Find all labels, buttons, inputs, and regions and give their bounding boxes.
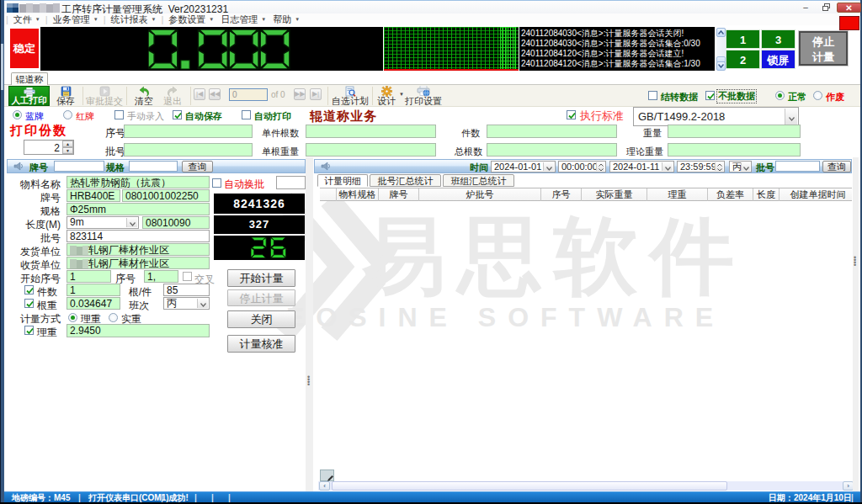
spec-value-input[interactable]: Φ25mm <box>67 203 210 215</box>
menu-help[interactable]: 帮助▼ <box>269 13 303 26</box>
clear-button[interactable]: 清空 <box>130 86 158 106</box>
length-code-input[interactable]: 08010090 <box>142 216 210 229</box>
spec-filter-input[interactable] <box>129 161 178 172</box>
print-copies-stepper[interactable]: 2 ▲▼ <box>24 140 74 155</box>
time-from-picker[interactable]: 00:00:00 <box>558 161 606 172</box>
query-button-left[interactable]: 查询 <box>182 161 213 172</box>
log-scrollbar[interactable] <box>716 28 726 71</box>
pieces-input[interactable] <box>487 125 617 138</box>
lock-screen-button[interactable]: 锁屏 <box>761 50 795 69</box>
start-metering-button[interactable]: 开始计量 <box>227 269 295 287</box>
void-radio[interactable] <box>813 91 822 100</box>
grid-hscrollbar[interactable]: ‹ › <box>318 481 852 491</box>
spin-up-icon[interactable]: ▲ <box>62 141 73 147</box>
metering-verify-button[interactable]: 计量核准 <box>227 335 295 353</box>
design-button[interactable]: 设计 <box>375 86 397 106</box>
chevron-down-icon[interactable] <box>741 162 750 171</box>
carryover-checkbox[interactable] <box>648 91 657 100</box>
material-input[interactable]: 热轧带肋钢筋（抗震） <box>67 176 210 188</box>
mode-actual-radio[interactable] <box>109 313 118 322</box>
save-button[interactable]: 保存 <box>51 86 81 106</box>
chevron-down-icon[interactable] <box>126 218 137 227</box>
sender-input[interactable]: 轧钢厂棒材作业区 <box>67 243 210 256</box>
batch-filter-input[interactable] <box>775 161 820 172</box>
grid-column-header[interactable]: 理重 <box>647 188 708 201</box>
theory-weight-input[interactable] <box>668 143 801 157</box>
time-spinner[interactable] <box>596 162 604 171</box>
print-setup-button[interactable]: 打印设置 <box>404 86 443 106</box>
approve-submit-button[interactable]: 审批提交 <box>85 86 124 106</box>
batch-value-input[interactable]: 823114 <box>67 230 210 242</box>
blue-card-radio[interactable] <box>13 110 22 119</box>
nav-record-input[interactable]: 0 <box>229 88 268 101</box>
red-card-radio[interactable] <box>63 110 72 119</box>
no-batch-checkbox[interactable] <box>705 91 715 100</box>
stop-metering-button-small[interactable]: 停止计量 <box>227 289 295 306</box>
tab-batch-summary[interactable]: 批号汇总统计 <box>370 174 441 187</box>
exit-button[interactable]: 退出 <box>160 86 185 106</box>
hscrollbar-thumb[interactable] <box>332 481 727 491</box>
total-rods-input[interactable] <box>487 143 617 157</box>
receiver-input[interactable]: 轧钢厂棒材作业区 <box>67 257 210 269</box>
time-to-picker[interactable]: 23:59:59 <box>677 161 725 172</box>
time-spinner[interactable] <box>715 162 723 171</box>
pieces-checkbox[interactable] <box>24 285 34 294</box>
mode-theory-radio[interactable] <box>68 313 77 322</box>
menu-settings[interactable]: 参数设置▼ <box>165 13 217 26</box>
rods-per-piece-input[interactable]: 85 <box>163 284 210 296</box>
brand-value-input[interactable]: HRB400E <box>67 189 120 202</box>
weight-input[interactable] <box>668 125 801 138</box>
minimize-button[interactable]: – <box>796 3 815 13</box>
restore-button[interactable] <box>817 3 835 13</box>
grid-column-header[interactable]: 炉批号 <box>419 188 541 201</box>
spin-down-icon[interactable]: ▼ <box>62 147 73 154</box>
scroll-up-icon[interactable] <box>716 28 726 37</box>
cross-checkbox[interactable] <box>183 272 192 281</box>
auto-batch-input[interactable] <box>276 176 306 189</box>
date-to-picker[interactable]: 2024-01-11 <box>609 161 674 172</box>
quick-button-3[interactable]: 3 <box>761 29 795 49</box>
manual-print-button[interactable]: 人工打印 <box>8 86 50 106</box>
menu-file[interactable]: 文件▼ <box>10 13 44 26</box>
date-from-picker[interactable]: 2024-01-01 <box>491 161 556 172</box>
chevron-down-icon[interactable] <box>543 162 554 171</box>
chevron-down-icon[interactable] <box>662 162 673 171</box>
nav-prev-icon[interactable]: ◀◀ <box>209 88 221 100</box>
auto-batch-checkbox[interactable] <box>212 178 221 188</box>
auto-save-checkbox[interactable] <box>173 110 182 119</box>
panel-splitter[interactable]: •••• <box>306 157 313 491</box>
scroll-down-icon[interactable] <box>716 61 726 71</box>
grid-column-header[interactable]: 序号 <box>541 188 582 201</box>
rod-weight-input[interactable]: 0.034647 <box>67 297 120 310</box>
menu-business[interactable]: 业务管理▼ <box>50 13 102 26</box>
close-panel-button[interactable]: 关闭 <box>227 310 295 328</box>
manual-entry-checkbox[interactable] <box>114 110 124 119</box>
quick-button-1[interactable]: 1 <box>726 29 760 49</box>
shift-filter-combo[interactable]: 丙 <box>729 161 752 172</box>
grid-column-header[interactable]: 长度 <box>753 188 780 201</box>
theory-value-input[interactable]: 2.9450 <box>67 324 210 337</box>
per-rod-weight-input[interactable] <box>306 143 436 157</box>
nav-next-icon[interactable]: ▶▶ <box>294 88 306 100</box>
query-button-right[interactable]: 查询 <box>822 161 851 172</box>
chevron-down-icon[interactable] <box>785 109 797 125</box>
tab-roller-scale[interactable]: 辊道称 <box>11 72 48 86</box>
start-seq-input[interactable]: 1 <box>67 270 111 283</box>
seq-row-input[interactable]: 1, <box>144 270 178 283</box>
grid-column-header[interactable]: 负差率 <box>708 188 753 201</box>
menu-logs[interactable]: 日志管理▼ <box>217 13 269 26</box>
nav-first-icon[interactable]: |◀ <box>194 88 205 100</box>
grid-column-header[interactable]: 牌号 <box>379 188 419 201</box>
close-button[interactable]: ✕ <box>837 3 861 13</box>
pieces-value-input[interactable]: 1 <box>67 284 120 296</box>
auto-print-checkbox[interactable] <box>242 110 251 119</box>
normal-radio[interactable] <box>775 91 785 100</box>
chevron-down-icon[interactable] <box>197 299 208 308</box>
exec-standard-checkbox[interactable] <box>567 110 576 119</box>
standard-combo[interactable]: GB/T1499.2-2018 <box>633 107 799 126</box>
grid-column-header[interactable]: 实际重量 <box>582 188 647 201</box>
quick-button-2[interactable]: 2 <box>726 50 760 69</box>
length-combo[interactable]: 9m <box>67 216 139 229</box>
rod-weight-checkbox[interactable] <box>24 299 34 308</box>
menu-reports[interactable]: 统计报表▼ <box>107 13 159 26</box>
